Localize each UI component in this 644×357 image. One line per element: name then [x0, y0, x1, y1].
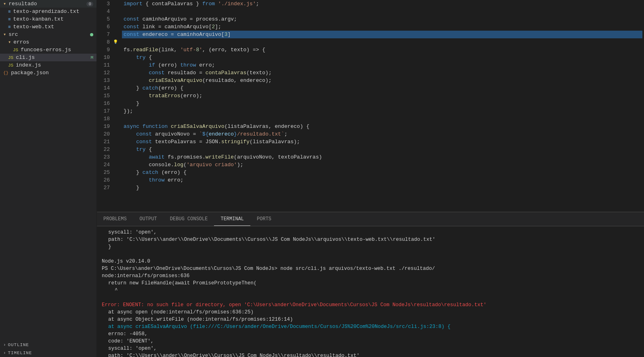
line-number: 4	[100, 8, 110, 15]
gutter-cell	[113, 146, 120, 153]
code-line	[122, 8, 642, 15]
sidebar-item-label: cli.js	[16, 54, 35, 61]
terminal-line: syscall: 'open',	[102, 345, 639, 352]
sidebar-item-texto-kanban[interactable]: ≡texto-kanban.txt	[0, 15, 96, 23]
folder-icon: ▾	[3, 31, 6, 38]
gutter-cell	[113, 84, 120, 92]
line-number: 13	[100, 77, 110, 84]
line-number: 10	[100, 54, 110, 61]
sidebar-item-label: src	[8, 31, 18, 38]
terminal-line: errno: -4058,	[102, 330, 639, 338]
line-number: 21	[100, 138, 110, 146]
terminal-line: PS C:\Users\ander\OneDrive\Documents\Cur…	[102, 265, 639, 272]
js-file-icon: JS	[13, 48, 18, 52]
gutter-cell	[113, 23, 120, 31]
code-line: throw erro;	[122, 176, 642, 184]
code-line: const link = caminhoArquivo[2];	[122, 23, 642, 31]
sidebar-item-resultado[interactable]: ▾resultado0	[0, 0, 96, 8]
gutter-cell	[113, 153, 120, 161]
panel: PROBLEMSOUTPUTDEBUG CONSOLETERMINALPORTS…	[97, 212, 644, 357]
line-number: 27	[100, 184, 110, 192]
line-number: 6	[100, 23, 110, 31]
js-file-icon: JS	[8, 55, 13, 60]
gutter-cell	[113, 46, 120, 54]
line-number: 9	[100, 46, 110, 54]
gutter-cell	[113, 115, 120, 123]
sidebar-item-cli[interactable]: JScli.jsM	[0, 54, 96, 61]
terminal-line: path: 'C:\\Users\\ander\\OneDrive\\Docum…	[102, 236, 639, 243]
code-line: }	[122, 100, 642, 107]
gutter-cell	[113, 31, 120, 38]
chevron-right-icon2: ›	[3, 351, 6, 355]
sidebar-item-label: package.json	[11, 70, 49, 76]
line-number: 3	[100, 0, 110, 8]
sidebar-item-package[interactable]: {}package.json	[0, 69, 96, 77]
code-line: const arquivoNovo = `${endereco}/resulta…	[122, 130, 642, 138]
code-line: trataErros(erro);	[122, 92, 642, 100]
sidebar-item-texto-web[interactable]: ≡texto-web.txt	[0, 23, 96, 31]
code-line: const resultado = contaPalavras(texto);	[122, 69, 642, 77]
sidebar-item-label: index.js	[16, 62, 41, 68]
code-line: await fs.promises.writeFile(arquivoNovo,…	[122, 153, 642, 161]
code-editor[interactable]: import { contaPalavras } from './index.j…	[120, 0, 644, 212]
sidebar: ▾resultado0≡texto-aprendizado.txt≡texto-…	[0, 0, 97, 357]
gutter-cell	[113, 69, 120, 77]
line-number: 20	[100, 130, 110, 138]
code-line	[122, 38, 642, 46]
gutter-cell	[113, 100, 120, 107]
txt-file-icon: ≡	[8, 9, 11, 14]
code-line: const caminhoArquivo = process.argv;	[122, 15, 642, 23]
line-number: 11	[100, 61, 110, 69]
sidebar-item-label: erros	[13, 39, 29, 45]
code-line: try {	[122, 54, 642, 61]
code-line: criaESalvaArquivo(resultado, endereco);	[122, 77, 642, 84]
code-line: async function criaESalvaArquivo(listaPa…	[122, 123, 642, 130]
main-area: 3456789101112131415161718192021222324252…	[97, 0, 644, 357]
line-number: 14	[100, 84, 110, 92]
line-number: 12	[100, 69, 110, 77]
outline-section[interactable]: › OUTLINE	[0, 341, 96, 349]
code-line: } catch(erro) {	[122, 84, 642, 92]
sidebar-item-funcoes-erros[interactable]: JSfuncoes-erros.js	[0, 46, 96, 54]
line-number: 15	[100, 92, 110, 100]
terminal-line: syscall: 'open',	[102, 229, 639, 236]
gutter-cell	[113, 107, 120, 115]
terminal-line: return new FileHandle(await PromiseProto…	[102, 280, 639, 287]
sidebar-item-erros[interactable]: ▾erros	[0, 38, 96, 46]
terminal-line: code: 'ENOENT',	[102, 338, 639, 345]
terminal-content[interactable]: syscall: 'open', path: 'C:\\Users\\ander…	[97, 226, 644, 357]
code-line: console.log('arquivo criado');	[122, 161, 642, 169]
terminal-line	[102, 251, 639, 258]
panel-tab-terminal[interactable]: TERMINAL	[214, 212, 250, 226]
gutter: 💡	[113, 0, 120, 212]
line-number: 19	[100, 123, 110, 130]
sidebar-item-src[interactable]: ▾src	[0, 31, 96, 38]
line-number: 16	[100, 100, 110, 107]
panel-tab-debug-console[interactable]: DEBUG CONSOLE	[164, 212, 214, 226]
sidebar-item-label: resultado	[8, 1, 37, 7]
panel-tab-ports[interactable]: PORTS	[250, 212, 278, 226]
gutter-cell	[113, 169, 120, 176]
terminal-line: ^	[102, 287, 639, 294]
gutter-cell	[113, 8, 120, 15]
json-file-icon: {}	[3, 71, 8, 75]
terminal-line: at async criaESalvaArquivo (file:///C:/U…	[102, 323, 639, 330]
panel-tab-problems[interactable]: PROBLEMS	[97, 212, 133, 226]
panel-tab-output[interactable]: OUTPUT	[133, 212, 164, 226]
sidebar-item-label: texto-aprendizado.txt	[13, 8, 80, 15]
timeline-section[interactable]: › TIMELINE	[0, 349, 96, 357]
code-line: fs.readFile(link, 'utf-8', (erro, texto)…	[122, 46, 642, 54]
gutter-cell	[113, 184, 120, 192]
gutter-cell	[113, 176, 120, 184]
folder-icon: ▾	[8, 39, 11, 45]
code-line: try {	[122, 146, 642, 153]
line-number: 24	[100, 161, 110, 169]
line-number: 17	[100, 107, 110, 115]
code-line: if (erro) throw erro;	[122, 61, 642, 69]
gutter-cell	[113, 130, 120, 138]
panel-tabs: PROBLEMSOUTPUTDEBUG CONSOLETERMINALPORTS	[97, 212, 644, 226]
sidebar-item-index[interactable]: JSindex.js	[0, 61, 96, 69]
sidebar-item-texto-aprendizado[interactable]: ≡texto-aprendizado.txt	[0, 8, 96, 15]
line-number: 5	[100, 15, 110, 23]
gutter-cell	[113, 0, 120, 8]
